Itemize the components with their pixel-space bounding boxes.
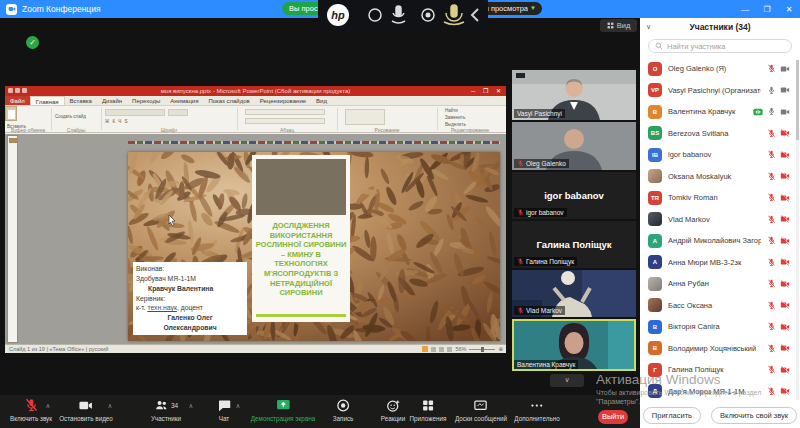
camera-off-icon — [780, 386, 790, 396]
video-tile-label: igor babanov — [514, 208, 567, 217]
toolbar-camera[interactable]: Остановить видео — [59, 398, 113, 422]
credits-line: Здобувач МЯ-1-1М — [136, 274, 244, 284]
video-tile-vlad-markov[interactable]: Vlad Markov — [512, 270, 636, 317]
avatar: O — [648, 62, 662, 76]
mic-muted-icon — [767, 387, 776, 396]
camera-off-icon — [780, 236, 790, 246]
clipboard-icon — [5, 106, 17, 121]
participant-row[interactable]: VPVasyl Pasichnyi (Организатор) — [640, 80, 796, 102]
camera-off-icon — [780, 343, 790, 353]
mic-muted-icon — [767, 172, 776, 181]
participant-row[interactable]: IBigor babanov — [640, 144, 796, 166]
participant-row[interactable]: ГГалина Поліщук — [640, 359, 796, 381]
svg-text:hp: hp — [331, 9, 345, 21]
credits-line: к-т. техн.наук, доцент — [136, 303, 244, 313]
participant-row[interactable]: Анна Рубан — [640, 273, 796, 295]
ppt-group-label: Буфер обмена — [11, 127, 45, 133]
camera-off-icon — [780, 257, 790, 267]
ppt-group-label: Шрифт — [161, 127, 177, 133]
avatar — [648, 169, 662, 183]
minimize-button[interactable]: — — [734, 0, 756, 18]
video-tile-галина-поліщук[interactable]: Галина ПоліщукГалина Поліщук — [512, 221, 636, 268]
ppt-tab-5: Анимация — [165, 96, 203, 105]
avatar: IB — [648, 148, 662, 162]
mic-icon — [767, 107, 776, 116]
participant-name: igor babanov — [668, 150, 761, 159]
participants-scrollbar[interactable] — [796, 60, 799, 400]
view-options-button[interactable]: Параметры просмотра▼ — [486, 2, 542, 15]
participant-row[interactable]: AАндрій Миколайович Загорул... — [640, 230, 796, 252]
participant-row[interactable]: OOleg Galenko (Я) — [640, 58, 796, 80]
participant-row[interactable]: BВікторія Canira — [640, 316, 796, 338]
video-tile-vasyl-pasichnyi[interactable]: Vasyl Pasichnyi — [512, 70, 636, 120]
close-button[interactable]: ✕ — [778, 0, 800, 18]
video-tile-label: Vasyl Pasichnyi — [514, 109, 565, 118]
video-tile-oleg-galenko[interactable]: Oleg Galenko — [512, 122, 636, 170]
mic-muted-icon — [767, 236, 776, 245]
participant-name: Валентина Кравчук — [668, 107, 747, 116]
slide-panel-image — [256, 159, 346, 215]
encryption-shield-icon: ✓ — [26, 36, 39, 49]
toolbar-record[interactable]: Запись — [333, 398, 354, 422]
toolbar-apps[interactable]: Приложения — [410, 398, 447, 422]
avatar: TR — [648, 191, 662, 205]
participant-row[interactable]: ДДар'я Мороз МЯ-1-1М — [640, 381, 796, 403]
mic-muted-icon — [767, 64, 776, 73]
video-tile-igor-babanov[interactable]: igor babanovigor babanov — [512, 172, 636, 219]
avatar — [648, 212, 662, 226]
toolbar-more[interactable]: Дополнительно — [514, 398, 559, 422]
mic-muted-icon — [767, 279, 776, 288]
participant-name: Дар'я Мороз МЯ-1-1М — [668, 387, 761, 396]
ppt-group-label: Абзац — [280, 127, 294, 133]
video-tile-валентина-кравчук[interactable]: Валентина Кравчук — [512, 319, 636, 371]
maximize-button[interactable]: ❐ — [756, 0, 778, 18]
camera-off-icon — [780, 279, 790, 289]
toolbar-share[interactable]: Демонстрация экрана — [251, 398, 315, 422]
participant-row[interactable]: ВВалентина Кравчук — [640, 101, 796, 123]
participant-row[interactable]: AАнна Мюри МВ-3-2зк — [640, 252, 796, 274]
ppt-tab-2: Вставка — [65, 96, 97, 105]
mic-muted-icon — [767, 301, 776, 310]
toolbar-chevron[interactable]: ∧ — [46, 402, 51, 410]
credits-line: Керівник: — [136, 294, 244, 304]
camera-off-icon — [780, 365, 790, 375]
participant-name: Vasyl Pasichnyi (Организатор) — [668, 86, 761, 95]
participant-search-input[interactable]: Найти участника — [648, 39, 792, 53]
toolbar-chat[interactable]: Чат — [217, 398, 232, 422]
camera-icon — [780, 64, 790, 74]
participant-name: Анна Мюри МВ-3-2зк — [668, 258, 761, 267]
participant-row[interactable]: TRTomkiv Roman — [640, 187, 796, 209]
mic-muted-icon — [767, 365, 776, 374]
credits-line: Виконав: — [136, 264, 244, 274]
participant-row[interactable]: BSBerezova Svitlana — [640, 123, 796, 145]
mic-muted-icon — [767, 322, 776, 331]
camera-off-icon — [780, 300, 790, 310]
participant-row[interactable]: ВВолодимир Хоцянівський — [640, 338, 796, 360]
toolbar-chevron[interactable]: ∧ — [108, 402, 113, 410]
participants-list: OOleg Galenko (Я)VPVasyl Pasichnyi (Орга… — [640, 58, 796, 402]
camera-off-icon — [780, 214, 790, 224]
participant-name: Tomkiv Roman — [668, 193, 761, 202]
participant-row[interactable]: Vlad Markov — [640, 209, 796, 231]
participant-row[interactable]: Oksana Moskalyuk — [640, 166, 796, 188]
slide-title-underline — [256, 314, 346, 317]
camera-off-icon — [780, 322, 790, 332]
camera-off-icon — [780, 193, 790, 203]
leave-button[interactable]: Выйти — [598, 410, 628, 424]
invite-button[interactable]: Пригласить — [643, 407, 701, 424]
toolbar-people[interactable]: 34Участники — [151, 398, 181, 422]
participant-name: Басс Оксана — [668, 301, 761, 310]
slide-credits-box: Виконав:Здобувач МЯ-1-1МКравчук Валентин… — [133, 262, 247, 335]
toolbar-board[interactable]: Доски сообщений — [455, 398, 507, 422]
toolbar-chevron[interactable]: ∧ — [236, 402, 241, 410]
credits-line: Олександрович — [136, 323, 244, 333]
toolbar-smile[interactable]: Реакции — [381, 398, 405, 422]
view-button[interactable]: Вид — [600, 19, 637, 32]
toolbar-chevron[interactable]: ∧ — [189, 402, 194, 410]
unmute-self-button[interactable]: Включить свой звук — [711, 407, 797, 424]
participant-name: Oleg Galenko (Я) — [668, 64, 761, 73]
avatar: Г — [648, 363, 662, 377]
collapse-video-strip-button[interactable]: ∨ — [550, 374, 584, 387]
participant-row[interactable]: Басс Оксана — [640, 295, 796, 317]
shared-screen-powerpoint: моя випускна.pptx - Microsoft PowerPoint… — [5, 86, 506, 353]
